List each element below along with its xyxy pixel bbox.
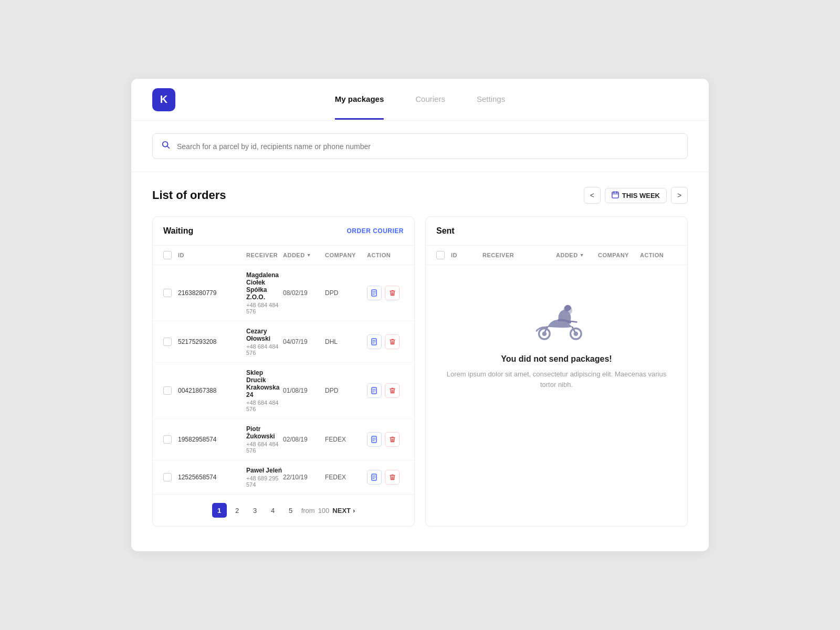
view-document-button[interactable] xyxy=(367,334,382,349)
delete-button[interactable] xyxy=(385,334,400,349)
receiver-name: Piotr Żukowski xyxy=(246,425,283,440)
waiting-panel-header: Waiting ORDER COURIER xyxy=(153,217,414,246)
row-date: 22/10/19 xyxy=(283,474,325,481)
select-all-checkbox[interactable] xyxy=(163,251,172,259)
view-document-button[interactable] xyxy=(367,470,382,485)
view-document-button[interactable] xyxy=(367,383,382,398)
row-id: 19582958574 xyxy=(178,436,246,443)
scooter-illustration xyxy=(525,297,588,344)
row-id: 52175293208 xyxy=(178,338,246,345)
order-courier-button[interactable]: ORDER COURIER xyxy=(346,227,404,235)
delete-button[interactable] xyxy=(385,383,400,398)
row-checkbox[interactable] xyxy=(163,386,172,395)
week-label-text: THIS WEEK xyxy=(622,192,660,200)
app-logo: K xyxy=(152,88,175,111)
row-receiver: Cezary Ołowski +48 684 484 576 xyxy=(246,328,283,356)
row-checkbox[interactable] xyxy=(163,338,172,346)
svg-point-29 xyxy=(542,331,547,336)
table-row: 21638280779 Magdalena Ciołek Spółka Z.O.… xyxy=(153,265,414,321)
svg-line-1 xyxy=(167,146,169,148)
empty-state-desc: Lorem ipsum dolor sit amet, consectetur … xyxy=(442,369,671,390)
row-date: 08/02/19 xyxy=(283,289,325,297)
row-date: 01/08/19 xyxy=(283,387,325,394)
page-3-button[interactable]: 3 xyxy=(248,503,262,518)
nav: K My packages Couriers Settings xyxy=(131,79,709,121)
chevron-right-icon: › xyxy=(353,507,355,514)
col-receiver: RECEIVER xyxy=(246,251,283,259)
sent-panel-title: Sent xyxy=(436,226,455,236)
view-document-button[interactable] xyxy=(367,432,382,447)
page-2-button[interactable]: 2 xyxy=(230,503,245,518)
delete-button[interactable] xyxy=(385,432,400,447)
prev-week-button[interactable]: < xyxy=(584,187,601,204)
table-row: 00421867388 Sklep Drucik Krakowska 24 +4… xyxy=(153,363,414,419)
waiting-pagination: 1 2 3 4 5 from 100 NEXT › xyxy=(153,494,414,526)
row-company: FEDEX xyxy=(325,474,367,481)
col-added[interactable]: ADDED▼ xyxy=(283,251,325,259)
page-5-button[interactable]: 5 xyxy=(284,503,298,518)
main-content: List of orders < THIS WEEK > xyxy=(131,172,709,541)
view-document-button[interactable] xyxy=(367,286,382,300)
row-receiver: Paweł Jeleń +48 689 295 574 xyxy=(246,467,283,488)
row-date: 04/07/19 xyxy=(283,338,325,345)
panels: Waiting ORDER COURIER ID RECEIVER ADDED▼… xyxy=(152,216,688,527)
sent-col-action: ACTION xyxy=(640,251,677,259)
page-4-button[interactable]: 4 xyxy=(266,503,280,518)
receiver-name: Paweł Jeleń xyxy=(246,467,283,474)
table-row: 19582958574 Piotr Żukowski +48 684 484 5… xyxy=(153,419,414,460)
row-company: DPD xyxy=(325,289,367,297)
row-date: 02/08/19 xyxy=(283,436,325,443)
row-checkbox[interactable] xyxy=(163,435,172,444)
row-id: 21638280779 xyxy=(178,289,246,297)
receiver-name: Sklep Drucik Krakowska 24 xyxy=(246,369,283,398)
row-checkbox[interactable] xyxy=(163,473,172,481)
list-title: List of orders xyxy=(152,188,226,202)
nav-tabs: My packages Couriers Settings xyxy=(335,80,505,120)
row-actions xyxy=(367,383,404,398)
receiver-phone: +48 684 484 576 xyxy=(246,343,283,356)
row-company: DPD xyxy=(325,387,367,394)
tab-settings[interactable]: Settings xyxy=(477,80,505,120)
sent-col-id: ID xyxy=(451,251,482,259)
svg-point-31 xyxy=(574,331,579,336)
row-receiver: Magdalena Ciołek Spółka Z.O.O. +48 684 4… xyxy=(246,271,283,314)
table-row: 52175293208 Cezary Ołowski +48 684 484 5… xyxy=(153,321,414,363)
row-actions xyxy=(367,432,404,447)
next-week-button[interactable]: > xyxy=(671,187,688,204)
app-container: K My packages Couriers Settings List of … xyxy=(131,79,709,551)
page-1-button[interactable]: 1 xyxy=(212,503,227,518)
receiver-phone: +48 684 484 576 xyxy=(246,302,283,314)
sent-col-receiver: RECEIVER xyxy=(482,251,556,259)
next-page-button[interactable]: NEXT › xyxy=(332,507,355,514)
waiting-panel: Waiting ORDER COURIER ID RECEIVER ADDED▼… xyxy=(152,216,415,527)
tab-couriers[interactable]: Couriers xyxy=(415,80,445,120)
row-checkbox[interactable] xyxy=(163,289,172,297)
from-text: from xyxy=(301,507,315,514)
sent-col-added[interactable]: ADDED▼ xyxy=(556,251,598,259)
delete-button[interactable] xyxy=(385,286,400,300)
waiting-table-headers: ID RECEIVER ADDED▼ COMPANY ACTION xyxy=(153,246,414,265)
sent-col-company: COMPANY xyxy=(598,251,640,259)
tab-my-packages[interactable]: My packages xyxy=(335,80,384,120)
sent-panel-header: Sent xyxy=(426,217,687,246)
total-text: 100 xyxy=(318,507,330,514)
waiting-table-body: 21638280779 Magdalena Ciołek Spółka Z.O.… xyxy=(153,265,414,494)
receiver-name: Magdalena Ciołek Spółka Z.O.O. xyxy=(246,271,283,301)
receiver-phone: +48 684 484 576 xyxy=(246,400,283,412)
svg-rect-2 xyxy=(612,192,618,197)
delete-button[interactable] xyxy=(385,470,400,485)
week-label[interactable]: THIS WEEK xyxy=(605,188,667,203)
sent-empty-state: You did not send packages! Lorem ipsum d… xyxy=(426,265,687,421)
list-header: List of orders < THIS WEEK > xyxy=(152,187,688,204)
sent-panel: Sent ID RECEIVER ADDED▼ COMPANY ACTION xyxy=(425,216,688,527)
row-receiver: Sklep Drucik Krakowska 24 +48 684 484 57… xyxy=(246,369,283,412)
col-company: COMPANY xyxy=(325,251,367,259)
search-input[interactable] xyxy=(177,142,679,151)
table-row: 12525658574 Paweł Jeleń +48 689 295 574 … xyxy=(153,460,414,494)
sent-select-all-checkbox[interactable] xyxy=(436,251,445,259)
row-actions xyxy=(367,334,404,349)
receiver-name: Cezary Ołowski xyxy=(246,328,283,342)
search-bar xyxy=(152,133,688,159)
row-company: FEDEX xyxy=(325,436,367,443)
search-section xyxy=(131,121,709,172)
